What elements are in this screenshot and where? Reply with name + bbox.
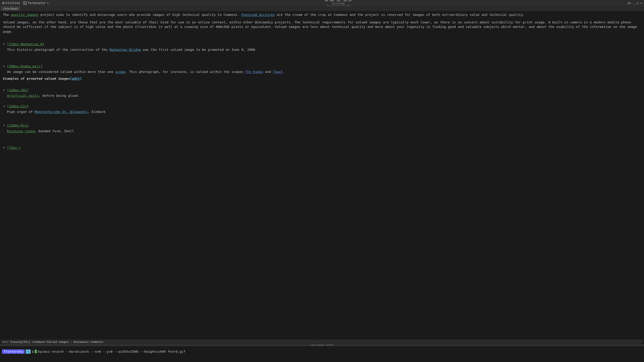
bottom-pane-content: fluttershy ~ $ byzanz-record --duration=…: [0, 346, 644, 357]
prompt-line: fluttershy ~ $ byzanz-record --duration=…: [2, 349, 185, 354]
section-heading-text: Examples of promoted valued images: [3, 77, 70, 80]
terminator-dropdown-icon: ▾: [47, 1, 49, 5]
item-120px-ris-link[interactable]: [120px-Ris]: [7, 123, 29, 128]
bullet-p4: •: [3, 146, 5, 150]
pane-divider-label: /bin/bash 271×5: [0, 345, 644, 346]
terminal-app-icon: [23, 1, 27, 5]
kaaba-desc-text-2: . This photograph, for instance, is valu…: [125, 70, 245, 74]
quality-images-link[interactable]: quality_images: [11, 13, 38, 17]
promoted-list-item-4: • [75px-]: [3, 146, 641, 150]
manhattan-image-link[interactable]: [210px-Manhattan_B]: [7, 42, 45, 47]
rissoina-rosea-link[interactable]: Rissoina rosea: [7, 129, 35, 133]
manhattan-desc-text-1: This historic photograph of the construc…: [7, 48, 109, 52]
shell-info: /bin/bash: [331, 2, 345, 5]
section-heading: Examples of promoted valued images[edit]: [3, 76, 641, 81]
intro-paragraph: The quality_images project aims to ident…: [3, 13, 641, 17]
list-item-2: • [200px-Kaaba_mirr]: [3, 64, 641, 69]
promoted-list-item-2: • [120px-Ein]: [3, 104, 641, 109]
promoted-list-item-3: • [120px-Ris]: [3, 123, 641, 128]
list-item-1: • [210px-Manhattan_B]: [3, 42, 641, 47]
activities-button[interactable]: Activities: [2, 1, 20, 5]
bottom-terminal-pane[interactable]: fluttershy ~ $ byzanz-record --duration=…: [0, 346, 644, 357]
kaaba-link[interactable]: The Kaaba: [245, 70, 263, 74]
item-120px-ein-link[interactable]: [120px-Ein]: [7, 104, 29, 109]
terminator-label: Terminator: [28, 1, 46, 5]
top-bar-right: en _ □ ×: [628, 2, 642, 5]
close-button[interactable]: ×: [640, 2, 642, 5]
item-75px-link[interactable]: [75px-]: [7, 146, 21, 150]
top-bar-left: Activities Terminator ▾: [2, 1, 49, 5]
item-ein-desc: Pipe organ of Münsterkirche St. Alexandr…: [7, 110, 641, 114]
top-bar: Activities Terminator ▾ Do Apr 20, 16:35…: [0, 0, 644, 6]
item-ein-desc-text-1: Pipe organ of: [7, 110, 35, 114]
item-201-desc-text: , before being glued: [38, 94, 78, 98]
browser-pane: The quality_images project aims to ident…: [0, 11, 644, 344]
bullet-p3: •: [3, 123, 5, 128]
prompt-cursor: [35, 350, 37, 353]
terminal-window: /bin/bash The quality_images project aim…: [0, 6, 644, 362]
artificial-nails-link[interactable]: Artificial nails: [7, 94, 38, 98]
kaaba-desc-text-3: and: [263, 70, 273, 74]
kaaba-desc-text-1: An image can be considered valued within…: [7, 70, 115, 74]
manhattan-bridge-link[interactable]: Manhattan Bridge: [109, 48, 141, 52]
bullet-p2: •: [3, 104, 5, 109]
manhattan-desc: This historic photograph of the construc…: [7, 48, 641, 52]
kaaba-desc: An image can be considered valued within…: [7, 70, 641, 74]
intro-text-2: project aims to identify and encourage u…: [38, 13, 241, 17]
item-120px-201-link[interactable]: [120px-201]: [7, 88, 29, 93]
bullet-p1: •: [3, 88, 5, 93]
kaaba-image-link[interactable]: [200px-Kaaba_mirr]: [7, 64, 43, 69]
tawaf-link[interactable]: Tawaf: [273, 70, 283, 74]
prompt-path: ~: [26, 349, 31, 354]
datetime-display: Do Apr 20, 16:35: [325, 0, 351, 2]
prompt-command: byzanz-record --duration=5 --x=0 --y=0 -…: [38, 350, 185, 353]
terminal-tab-1[interactable]: /bin/bash: [1, 6, 20, 11]
terminator-menu[interactable]: Terminator ▾: [23, 1, 49, 5]
kaaba-desc-text-4: .: [283, 70, 285, 74]
item-ris-desc-text: , banded form, Shell: [35, 129, 74, 133]
prompt-username: fluttershy: [2, 349, 25, 354]
main-content: The quality_images project aims to ident…: [1, 12, 643, 340]
featured-pictures-link[interactable]: Featured pictures: [241, 13, 275, 17]
scope-link[interactable]: scope: [115, 70, 125, 74]
maximize-button[interactable]: □: [637, 2, 638, 5]
lang-indicator: en: [628, 2, 631, 5]
intro-text-3: are the cream of the crop at Commons and…: [275, 13, 525, 17]
browser-status-bar: <<↑↓ Viewing[SSL] <Commons:Valued images…: [1, 340, 643, 344]
terminal-tab-bar: /bin/bash: [0, 6, 644, 11]
item-201-desc: Artificial nails, before being glued: [7, 94, 641, 98]
bullet-2: •: [3, 64, 5, 69]
item-ein-desc-text-2: , Einbeck: [88, 110, 105, 114]
promoted-list-item-1: • [120px-201]: [3, 88, 641, 93]
manhattan-desc-text-2: was the first valued image to be promote…: [141, 48, 257, 52]
intro-text-1: The: [3, 13, 11, 17]
bullet-1: •: [3, 42, 5, 47]
valued-images-paragraph: Valued images, on the other hand, are th…: [3, 20, 641, 34]
munsterkirche-link[interactable]: Münsterkirche St. Alexandri: [35, 110, 88, 114]
prompt-dollar: $: [32, 350, 34, 353]
minimize-button[interactable]: _: [633, 2, 635, 5]
extra-bottom-space: [0, 357, 644, 362]
status-bar-text: <<↑↓ Viewing[SSL] <Commons:Valued images…: [2, 340, 104, 344]
section-edit-link[interactable]: [edit]: [70, 77, 82, 80]
item-ris-desc: Rissoina rosea, banded form, Shell: [7, 129, 641, 133]
